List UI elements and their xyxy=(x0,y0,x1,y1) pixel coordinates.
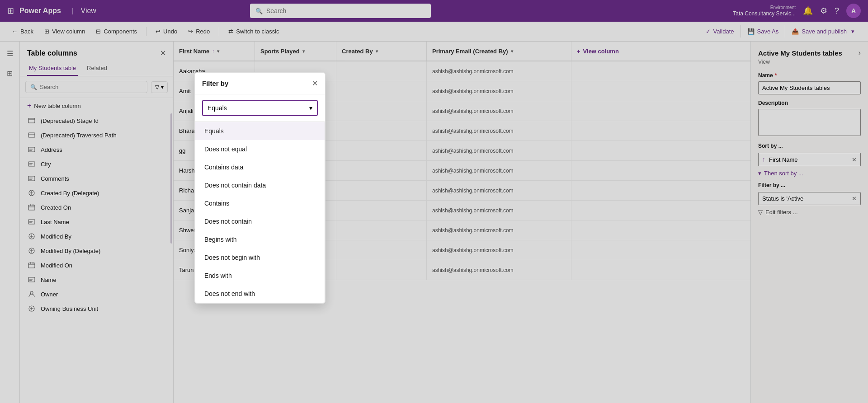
filter-option-item[interactable]: Does not begin with xyxy=(195,248,325,267)
filter-option-item[interactable]: Contains xyxy=(195,194,325,212)
filter-selected-option: Equals xyxy=(208,104,227,112)
modal-overlay[interactable]: Filter by ✕ Equals ▾ EqualsDoes not equa… xyxy=(0,0,868,403)
filter-option-item[interactable]: Does not contain data xyxy=(195,176,325,194)
filter-option-item[interactable]: Does not end with xyxy=(195,285,325,303)
filter-modal-header: Filter by ✕ xyxy=(195,73,325,94)
filter-option-item[interactable]: Does not contain xyxy=(195,212,325,230)
filter-modal: Filter by ✕ Equals ▾ EqualsDoes not equa… xyxy=(194,72,326,304)
filter-option-item[interactable]: Contains data xyxy=(195,158,325,176)
filter-options-list: EqualsDoes not equalContains dataDoes no… xyxy=(195,122,325,303)
filter-dropdown[interactable]: Equals ▾ xyxy=(202,100,318,116)
filter-dropdown-wrap: Equals ▾ xyxy=(195,94,325,122)
filter-option-item[interactable]: Ends with xyxy=(195,267,325,285)
filter-dropdown-chevron-icon: ▾ xyxy=(309,104,312,112)
filter-option-item[interactable]: Equals xyxy=(195,122,325,140)
filter-option-item[interactable]: Begins with xyxy=(195,230,325,248)
filter-option-item[interactable]: Does not equal xyxy=(195,140,325,158)
filter-modal-close-button[interactable]: ✕ xyxy=(312,79,318,88)
filter-modal-title: Filter by xyxy=(202,80,228,87)
